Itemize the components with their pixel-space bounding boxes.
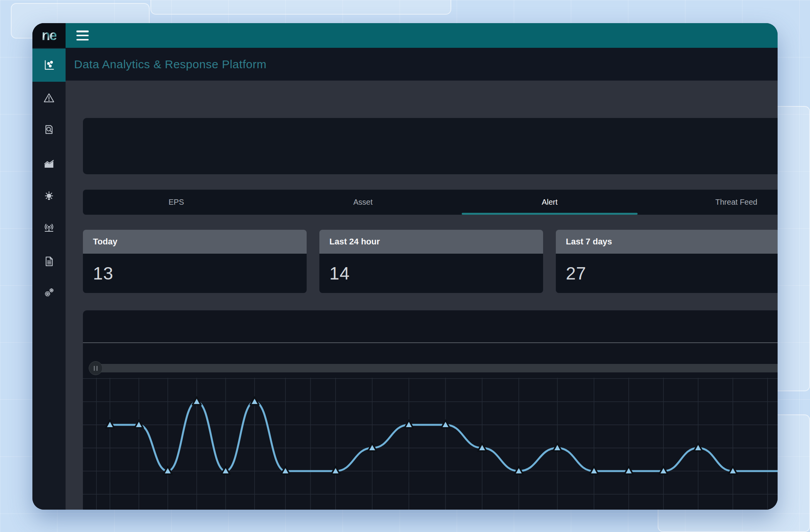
sidebar-item-investigate[interactable] [32,118,66,141]
app-window: Data Analytics & Response Platform ne [32,23,778,510]
sidebar: ne [32,23,66,510]
stat-card-value: 14 [329,263,350,284]
warning-triangle-icon [43,92,55,104]
logo-text: ne [42,29,56,42]
stat-card-header: Last 24 hour [319,230,543,254]
sidebar-item-broadcast[interactable] [32,217,66,241]
stat-card-value: 27 [566,263,586,284]
sidebar-item-insights[interactable] [32,184,66,208]
sidebar-item-analytics[interactable] [32,49,66,82]
lightbulb-icon [43,190,55,202]
stat-card-label: Last 7 days [566,237,612,247]
stat-card-value: 13 [93,263,113,284]
alert-trend-line-chart [83,343,778,510]
stat-card-body: 13 [83,254,307,293]
stat-card-header: Last 7 days [556,230,778,254]
sidebar-item-reports[interactable] [32,249,66,273]
desktop-decoration [150,0,451,15]
main-content: EPS Asset Alert Threat Feed Today [66,81,778,510]
sidebar-item-trends[interactable] [32,152,66,176]
sidebar-item-alerts[interactable] [32,86,66,110]
stat-card-label: Today [93,237,117,247]
stat-card-body: 27 [556,254,778,293]
sidebar-item-settings[interactable] [32,281,66,305]
stat-card-body: 14 [319,254,543,293]
chart-zoom-slider-handle[interactable] [89,361,103,375]
desktop-background: Data Analytics & Response Platform ne [0,0,810,532]
tab-asset[interactable]: Asset [270,190,456,215]
page-title: Data Analytics & Response Platform [74,58,267,71]
tab-eps[interactable]: EPS [83,190,270,215]
stat-card-last-24-hour: Last 24 hour 14 [319,230,543,293]
settings-gears-icon [43,287,55,298]
app-logo[interactable]: ne [32,23,66,48]
menu-hamburger-icon[interactable] [76,30,89,40]
tab-label: Asset [353,198,373,207]
tab-threat-feed[interactable]: Threat Feed [643,190,778,215]
title-bar: Data Analytics & Response Platform [66,48,778,81]
pause-bars-icon [94,366,95,371]
stat-card-header: Today [83,230,307,254]
stat-card-last-7-days: Last 7 days 27 [556,230,778,293]
chart-panel [83,310,778,510]
stat-card-label: Last 24 hour [329,237,380,247]
tab-alert[interactable]: Alert [456,190,643,215]
tab-label: Threat Feed [716,198,758,207]
tab-label: Alert [542,198,557,207]
chart-toolbar [83,310,778,343]
broadcast-icon [43,223,55,234]
pause-bars-icon [96,366,98,371]
document-icon [43,256,55,267]
stat-card-today: Today 13 [83,230,307,293]
stat-cards-row: Today 13 Last 24 hour 14 Las [83,230,778,293]
top-navbar [66,23,778,48]
filter-panel [83,118,778,174]
tab-bar: EPS Asset Alert Threat Feed [83,190,778,215]
tab-label: EPS [169,198,184,207]
document-search-icon [43,124,55,135]
scatter-chart-icon [43,59,55,71]
area-chart-icon [43,158,55,170]
